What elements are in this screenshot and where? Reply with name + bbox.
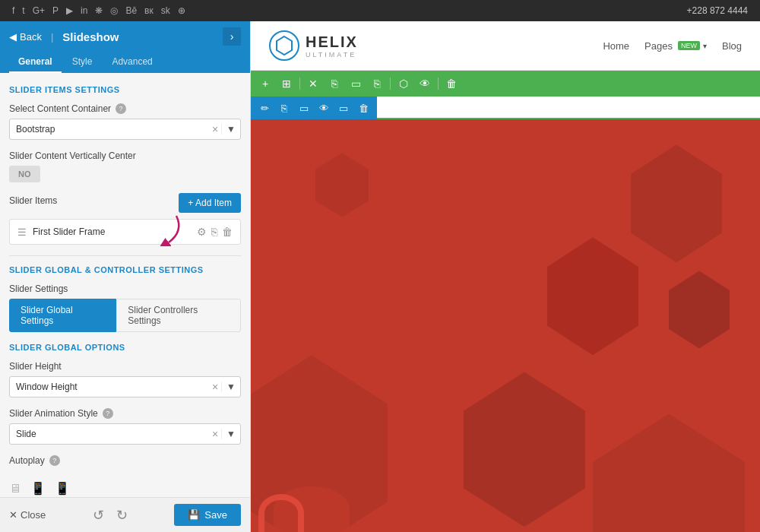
collapse-panel-button[interactable]: ›: [223, 27, 241, 46]
headphones-decoration-2: [258, 494, 304, 532]
drag-handle-icon[interactable]: ☰: [17, 226, 27, 238]
save-label: Save: [204, 509, 227, 521]
svg-marker-2: [631, 144, 722, 262]
close-button[interactable]: ✕ Close: [9, 509, 46, 521]
helix-logo-svg: [274, 35, 295, 56]
tb-close-icon[interactable]: ✕: [305, 75, 321, 92]
ig-icon[interactable]: ◎: [110, 5, 118, 16]
tab-general[interactable]: General: [9, 52, 62, 73]
nav-pages[interactable]: Pages NEW ▾: [644, 40, 707, 52]
sk-icon[interactable]: sk: [161, 5, 170, 16]
close-label: Close: [21, 509, 46, 521]
animation-style-select[interactable]: Slide Fade: [10, 424, 209, 444]
section-divider: [9, 255, 241, 256]
btb-eye-icon[interactable]: 👁: [316, 100, 331, 116]
right-panel: HELIX ULTIMATE Home Pages NEW ▾ Blog + ⊞: [251, 21, 760, 532]
pin-icon[interactable]: P: [52, 5, 59, 16]
tb-separator-3: [438, 78, 439, 90]
nav-home[interactable]: Home: [603, 40, 629, 52]
btb-edit-icon[interactable]: ✏: [257, 100, 272, 116]
animation-help-icon[interactable]: ?: [103, 408, 113, 419]
slider-height-arrow-icon: ▼: [221, 382, 240, 392]
svg-marker-7: [547, 237, 638, 355]
sub-tab-controllers[interactable]: Slider Controllers Settings: [116, 299, 241, 332]
slider-height-select-wrapper: Window Height Fixed Height × ▼: [9, 376, 241, 397]
yt-icon[interactable]: ▶: [66, 5, 73, 16]
tw-icon[interactable]: t: [22, 5, 24, 16]
nav-blog[interactable]: Blog: [722, 40, 742, 52]
undo-button[interactable]: ↺: [93, 507, 104, 524]
tb-rect-icon[interactable]: ▭: [347, 75, 364, 92]
blue-toolbar: ✏ ⎘ ▭ 👁 ▭ 🗑: [251, 97, 377, 119]
btb-rect-icon[interactable]: ▭: [296, 100, 312, 116]
left-panel: ◀ Back | Slideshow › General Style Advan…: [0, 21, 251, 532]
redo-button[interactable]: ↻: [116, 507, 128, 524]
nav-pages-label: Pages: [644, 40, 673, 52]
btb-rect2-icon[interactable]: ▭: [336, 100, 351, 116]
panel-footer: ✕ Close ↺ ↻ 💾 Save: [0, 497, 250, 532]
content-container-label: Select Content Container ?: [9, 103, 241, 114]
back-label: Back: [20, 31, 42, 43]
slider-item-copy-icon[interactable]: ⎘: [211, 226, 217, 238]
top-bar: f t G+ P ▶ in ❋ ◎ Bē вк sk ⊕ +228 872 44…: [0, 0, 760, 21]
svg-marker-8: [593, 414, 745, 532]
be-icon[interactable]: Bē: [125, 5, 137, 16]
tablet-icon[interactable]: 📱: [30, 481, 46, 496]
panel-title: Slideshow: [62, 30, 217, 43]
panel-header: ◀ Back | Slideshow ›: [0, 21, 250, 52]
tb-eye-icon[interactable]: 👁: [416, 75, 433, 92]
desktop-icon[interactable]: 🖥: [9, 482, 21, 496]
autoplay-group: Autoplay ?: [9, 455, 241, 466]
tb-duplicate-icon[interactable]: ⎘: [369, 75, 385, 92]
hex-decoration: [251, 119, 760, 532]
animation-arrow-icon: ▼: [221, 429, 240, 439]
content-container-group: Select Content Container ? Bootstrap Con…: [9, 103, 241, 140]
autoplay-help-icon[interactable]: ?: [49, 455, 60, 466]
slider-item-delete-icon[interactable]: 🗑: [222, 226, 233, 238]
sub-tab-global[interactable]: Slider Global Settings: [9, 299, 116, 332]
slider-item-actions: ⚙ ⎘ 🗑: [197, 226, 233, 238]
btb-copy-icon[interactable]: ⎘: [277, 100, 292, 116]
responsive-icons: 🖥 📱 📱: [9, 481, 241, 496]
slider-settings-group: Slider Settings Slider Global Settings S…: [9, 283, 241, 332]
back-button[interactable]: ◀ Back: [9, 31, 42, 43]
slider-height-select[interactable]: Window Height Fixed Height: [10, 377, 209, 397]
preview-nav-links: Home Pages NEW ▾ Blog: [603, 40, 742, 52]
animation-clear-icon[interactable]: ×: [209, 428, 221, 440]
back-arrow-icon: ◀: [9, 31, 17, 43]
social-links: f t G+ P ▶ in ❋ ◎ Bē вк sk ⊕: [12, 5, 185, 16]
slider-height-clear-icon[interactable]: ×: [209, 381, 221, 393]
footer-right: 💾 Save: [174, 504, 241, 526]
tab-style[interactable]: Style: [63, 52, 102, 73]
tb-trash-icon[interactable]: 🗑: [443, 75, 460, 92]
tb-link-icon[interactable]: ⬡: [395, 75, 412, 92]
tb-add-icon[interactable]: +: [257, 75, 274, 92]
btb-trash-icon[interactable]: 🗑: [356, 100, 371, 116]
tb-grid-icon[interactable]: ⊞: [278, 75, 295, 92]
content-container-clear-icon[interactable]: ×: [209, 123, 221, 135]
slider-item-row: ☰ First Slider Frame ⚙ ⎘ 🗑: [9, 219, 241, 245]
li-icon[interactable]: in: [81, 5, 87, 16]
nav-pages-chevron-icon: ▾: [703, 42, 707, 50]
vk-icon[interactable]: вк: [144, 5, 154, 16]
tab-advanced[interactable]: Advanced: [103, 52, 161, 73]
sp-icon[interactable]: ❋: [95, 5, 103, 16]
logo-main-text: HELIX: [306, 33, 358, 51]
slider-settings-label: Slider Settings: [9, 283, 241, 294]
mobile-icon[interactable]: 📱: [55, 481, 70, 496]
fb-icon[interactable]: f: [12, 5, 14, 16]
preview-logo: HELIX ULTIMATE: [269, 30, 358, 61]
svg-marker-5: [464, 372, 585, 527]
wp-icon[interactable]: ⊕: [178, 5, 185, 16]
gp-icon[interactable]: G+: [33, 5, 45, 16]
annotation-arrow: [154, 208, 199, 246]
logo-sub-text: ULTIMATE: [306, 51, 358, 59]
content-container-help-icon[interactable]: ?: [116, 103, 126, 114]
section-options-title: SLIDER GLOBAL OPTIONS: [9, 343, 241, 352]
autoplay-label: Autoplay ?: [9, 455, 241, 466]
tb-copy-icon[interactable]: ⎘: [326, 75, 343, 92]
save-button[interactable]: 💾 Save: [174, 504, 241, 526]
content-container-select[interactable]: Bootstrap Container Fluid: [10, 119, 209, 139]
vertical-center-toggle[interactable]: NO: [9, 166, 40, 182]
slider-items-label: Slider Items: [9, 195, 57, 206]
